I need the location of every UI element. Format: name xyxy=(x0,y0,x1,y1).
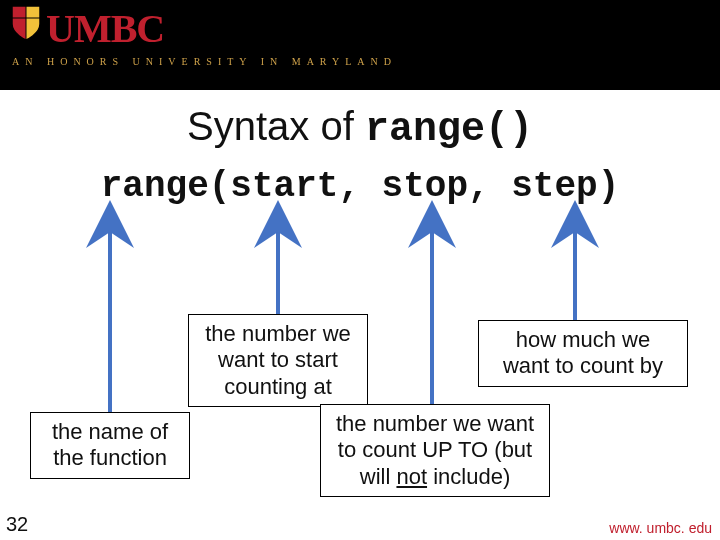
code-step: step xyxy=(511,166,597,207)
box-name: the name of the function xyxy=(30,412,190,479)
box-start-l2: want to start xyxy=(199,347,357,373)
code-range: range xyxy=(101,166,209,207)
box-step-l1: how much we xyxy=(489,327,677,353)
slide-number: 32 xyxy=(6,513,28,536)
footer-url: www. umbc. edu xyxy=(609,520,712,536)
umbc-logo: UMBC xyxy=(10,4,164,52)
header-bar: UMBC AN HONORS UNIVERSITY IN MARYLAND xyxy=(0,0,720,90)
box-step: how much we want to count by xyxy=(478,320,688,387)
code-paren-close: ) xyxy=(598,166,620,207)
box-start-l1: the number we xyxy=(199,321,357,347)
code-start: start xyxy=(230,166,338,207)
slide-title: Syntax of range() xyxy=(0,104,720,152)
logo-text: UMBC xyxy=(46,5,164,52)
footer: 32 www. umbc. edu xyxy=(0,514,720,540)
code-comma2: , xyxy=(468,166,511,207)
box-stop-l3: will not include) xyxy=(331,464,539,490)
box-name-l2: the function xyxy=(41,445,179,471)
box-start: the number we want to start counting at xyxy=(188,314,368,407)
title-pre: Syntax of xyxy=(187,104,365,148)
code-paren-open: ( xyxy=(209,166,231,207)
box-stop-l1: the number we want xyxy=(331,411,539,437)
slide-body: Syntax of range() range(start, stop, ste… xyxy=(0,104,720,540)
box-stop-l2: to count UP TO (but xyxy=(331,437,539,463)
code-line: range(start, stop, step) xyxy=(0,166,720,207)
shield-icon xyxy=(10,4,42,42)
tagline: AN HONORS UNIVERSITY IN MARYLAND xyxy=(12,56,397,67)
box-name-l1: the name of xyxy=(41,419,179,445)
box-step-l2: want to count by xyxy=(489,353,677,379)
box-stop: the number we want to count UP TO (but w… xyxy=(320,404,550,497)
box-start-l3: counting at xyxy=(199,374,357,400)
code-comma1: , xyxy=(338,166,381,207)
code-stop: stop xyxy=(382,166,468,207)
title-mono: range() xyxy=(365,107,533,152)
